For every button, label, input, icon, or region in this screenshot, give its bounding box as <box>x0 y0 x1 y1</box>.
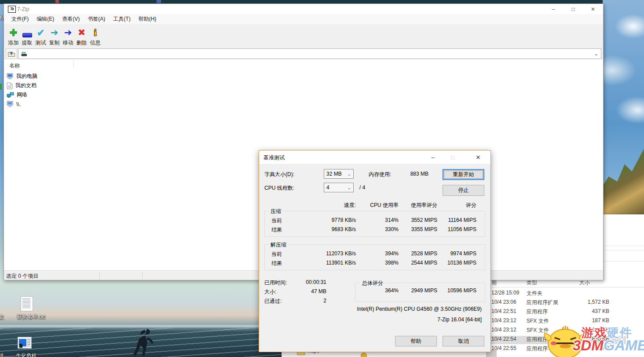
delete-x-icon: ✖ <box>78 26 86 39</box>
list-item-my-computer[interactable]: 我的电脑 <box>4 72 136 81</box>
minimize-button[interactable]: – <box>546 4 561 14</box>
value-cell: 9778 KB/s <box>307 217 356 223</box>
compress-groupbox <box>264 211 485 237</box>
status-text: 选定 0 个项目 <box>6 272 38 280</box>
close-button[interactable]: ✕ <box>585 4 600 14</box>
documents-icon <box>7 82 13 89</box>
minimize-icon: – <box>552 6 555 12</box>
dictionary-size-label: 字典大小(D): <box>264 171 294 178</box>
up-button[interactable] <box>6 48 17 59</box>
status-divider <box>99 272 100 279</box>
row-type: 应用程序 <box>527 308 548 316</box>
test-check-icon: ✔ <box>37 26 45 39</box>
minimize-icon: – <box>431 154 434 161</box>
seven-zip-app-icon: 7z <box>8 6 16 13</box>
value-cell: 11164 MIPS <box>427 217 476 223</box>
dialog-title-bar[interactable]: 基准测试 – □ ✕ <box>259 151 490 164</box>
chevron-down-icon: ⌄ <box>348 172 351 177</box>
info-button[interactable]: i 信息 <box>88 24 102 47</box>
column-divider[interactable] <box>73 60 74 68</box>
menu-bookmarks[interactable]: 书签(A) <box>84 14 109 24</box>
title-bar[interactable]: 7z 7-Zip – □ ✕ <box>4 4 603 14</box>
dictionary-size-combobox[interactable]: 32 MB ⌄ <box>324 169 354 179</box>
close-button[interactable]: ✕ <box>471 151 485 163</box>
test-button[interactable]: ✔ 测试 <box>34 24 48 47</box>
passes-label: 已通过: <box>264 298 282 305</box>
desktop-icon-label[interactable]: 生化危机 <box>2 352 51 357</box>
menu-bar: 文件(F) 编辑(E) 查看(V) 书签(A) 工具(T) 帮助(H) <box>4 14 603 24</box>
menu-tools[interactable]: 工具(T) <box>109 14 134 24</box>
desktop-icon-app[interactable] <box>18 337 32 349</box>
wallpaper-clouds <box>601 0 644 145</box>
row-date: 10/4 22:51 <box>491 308 516 314</box>
menu-help[interactable]: 帮助(H) <box>135 14 161 24</box>
maximize-button[interactable]: □ <box>566 4 581 14</box>
row-label: 结果 <box>271 260 282 267</box>
desktop-icon-text-file[interactable] <box>21 296 33 311</box>
explorer-header-underline <box>488 287 644 287</box>
extract-button[interactable]: 提取 <box>20 24 34 47</box>
restart-button[interactable]: 重新开始 <box>443 169 484 180</box>
maximize-button[interactable]: □ <box>446 151 460 163</box>
cpu-threads-combobox[interactable]: 4 ⌄ <box>324 183 354 192</box>
close-icon: ✕ <box>591 6 595 12</box>
wallpaper-cliff <box>601 144 644 216</box>
elapsed-value: 00:00:31 <box>290 279 326 285</box>
total-rating: 10596 MIPS <box>427 287 476 294</box>
address-combobox[interactable]: ⌄ <box>18 48 601 59</box>
move-button[interactable]: ➔ 移动 <box>61 24 75 47</box>
copy-arrow-icon: ➔ <box>51 26 59 39</box>
row-date: 12/28 15:09 <box>491 290 519 296</box>
stop-button[interactable]: 停止 <box>443 185 484 196</box>
toolbar: ✚ 添加 提取 ✔ 测试 ➔ 复制 ➔ 移动 ✖ 删除 <box>4 24 603 47</box>
size-value: 47 MB <box>290 288 326 294</box>
computer-icon <box>7 101 14 107</box>
desktop-icon-label[interactable]: 获奖名单.txt <box>7 313 55 321</box>
status-divider <box>142 272 143 279</box>
row-size: 168 KB <box>563 327 609 333</box>
value-cell: 10136 MIPS <box>427 260 476 266</box>
row-type: 应用程序扩展 <box>527 299 558 306</box>
row-label: 当前 <box>271 250 282 258</box>
cpu-threads-label: CPU 线程数: <box>264 184 294 192</box>
column-header-name[interactable]: 名称 <box>9 62 20 70</box>
menu-file[interactable]: 文件(F) <box>7 14 33 24</box>
value-cell: 11056 MIPS <box>427 226 476 232</box>
network-icon <box>7 92 14 98</box>
row-type: 应用程序 <box>527 345 548 353</box>
folder-up-icon <box>7 50 15 57</box>
value-cell: 9974 MIPS <box>427 250 476 257</box>
row-type: SFX 文件 <box>527 327 549 334</box>
value-cell: 113901 KB/s <box>307 260 356 266</box>
memory-usage-value: 883 MB <box>379 171 428 177</box>
info-icon: i <box>94 26 96 39</box>
delete-button[interactable]: ✖ 删除 <box>75 24 88 47</box>
window-title: 7-Zip <box>17 6 29 12</box>
add-button[interactable]: ✚ 添加 <box>7 24 20 47</box>
row-size: 437 KB <box>563 308 609 314</box>
list-item-network-path[interactable]: \\. <box>4 99 136 109</box>
size-label: 大小: <box>264 288 276 296</box>
desktop-screen: 文 样 M 获奖名单.txt 生化危机 期 类型 大小 12/28 15:09 … <box>0 0 644 357</box>
menu-edit[interactable]: 编辑(E) <box>33 14 58 24</box>
elapsed-label: 已用时间: <box>264 279 287 287</box>
computer-icon <box>21 52 27 56</box>
value-cell: 9683 KB/s <box>307 226 356 232</box>
row-date: 10/4 23:12 <box>491 327 516 333</box>
value-cell: 112073 KB/s <box>307 250 356 257</box>
cpu-threads-total: / 4 <box>359 184 365 191</box>
row-type: 应用程序 <box>527 336 548 343</box>
row-type: 文件夹 <box>527 290 542 297</box>
menu-view[interactable]: 查看(V) <box>58 14 84 24</box>
app-icon-figure <box>19 344 22 348</box>
list-item-network[interactable]: 网络 <box>4 90 136 99</box>
maximize-icon: □ <box>451 154 454 161</box>
list-item-my-documents[interactable]: 我的文档 <box>4 81 136 90</box>
copy-button[interactable]: ➔ 复制 <box>48 24 61 47</box>
icon-fragment <box>0 84 2 90</box>
row-type: SFX 文件 <box>527 317 549 325</box>
help-button[interactable]: 帮助 <box>395 336 437 346</box>
minimize-button[interactable]: – <box>426 151 440 163</box>
file-icon <box>361 353 367 357</box>
cancel-button[interactable]: 取消 <box>443 336 484 346</box>
